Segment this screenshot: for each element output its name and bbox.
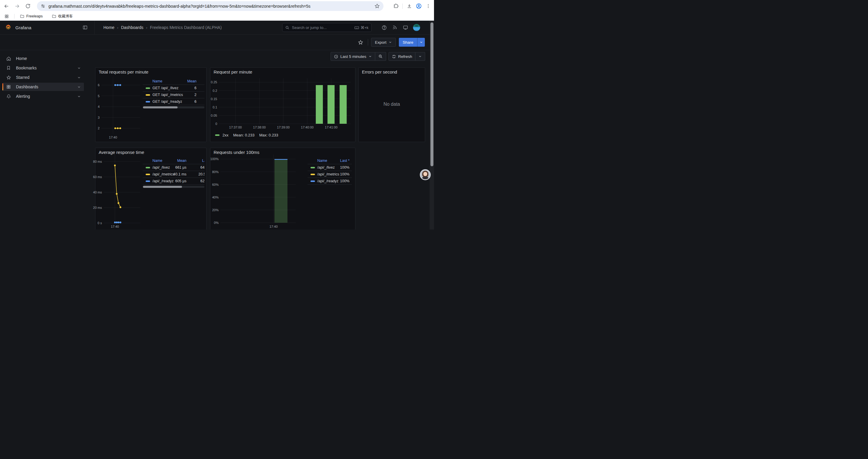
series-name[interactable]: /api/_/readyz <box>317 179 339 183</box>
sidebar-item-bookmarks[interactable]: Bookmarks <box>2 64 84 72</box>
chevron-down-icon[interactable] <box>77 66 81 70</box>
breadcrumb-item[interactable]: Dashboards <box>121 25 144 30</box>
favorite-star-icon[interactable] <box>356 38 365 46</box>
series-name[interactable]: GET /api/_/readyz <box>152 100 182 104</box>
home-icon <box>6 56 11 61</box>
refresh-interval-dropdown[interactable] <box>415 52 425 61</box>
help-icon[interactable] <box>380 24 388 31</box>
grafana-logo-icon[interactable] <box>5 24 12 31</box>
legend-row: /api/_/livez661 µs646 µs <box>143 164 205 171</box>
series-color-pill[interactable] <box>146 167 150 168</box>
news-rss-icon[interactable] <box>391 24 398 31</box>
sidebar-item-home[interactable]: Home <box>2 54 84 63</box>
zoom-out-button[interactable] <box>375 52 386 61</box>
series-color-pill[interactable] <box>146 181 150 182</box>
series-name[interactable]: GET /api/_/metrics <box>152 93 183 97</box>
forward-icon[interactable] <box>13 2 21 10</box>
series-value: 661 µs <box>175 165 186 169</box>
bookmarks-divider <box>14 14 14 19</box>
panel-title[interactable]: Errors per second <box>362 69 397 74</box>
legend-table: NameMeanLast */api/_/livez661 µs646 µs/a… <box>143 158 205 188</box>
avatar-face <box>423 172 427 176</box>
sidebar-item-starred[interactable]: Starred <box>2 73 84 81</box>
page-scrollbar[interactable] <box>430 21 434 230</box>
sidebar-item-label: Dashboards <box>16 85 77 89</box>
refresh-button[interactable]: Refresh <box>389 52 415 61</box>
star-icon <box>6 75 11 80</box>
series-color-pill[interactable] <box>311 174 315 175</box>
breadcrumb-item[interactable]: Home <box>103 25 114 30</box>
profile-icon[interactable] <box>414 2 423 10</box>
legend-inline: 2xxMean: 0.233Max: 0.233 <box>215 133 278 137</box>
monitor-icon[interactable] <box>402 24 409 31</box>
series-color-pill[interactable] <box>146 101 150 102</box>
bookmark-folder[interactable]: 收藏博客 <box>49 13 75 20</box>
apps-grid-icon[interactable] <box>3 13 10 20</box>
legend-header-row: NameMeanLast * <box>143 158 205 164</box>
chart-bar <box>210 68 355 142</box>
chevron-down-icon[interactable] <box>77 85 81 89</box>
sidebar-item-dashboards[interactable]: Dashboards <box>2 83 84 91</box>
legend-column-header[interactable]: Mean <box>187 79 196 83</box>
chevron-down-icon <box>368 55 372 58</box>
back-icon[interactable] <box>2 2 11 10</box>
legend-column-header[interactable]: Name <box>152 79 162 83</box>
scrollbar-thumb[interactable] <box>430 23 433 166</box>
share-button[interactable]: Share <box>399 38 417 47</box>
sidebar-item-alerting[interactable]: Alerting <box>2 92 84 100</box>
menu-icon[interactable] <box>424 2 432 10</box>
series-name[interactable]: /api/_/metrics <box>317 172 339 176</box>
breadcrumb-separator: › <box>117 25 118 30</box>
series-color-pill[interactable] <box>311 167 315 168</box>
search-input[interactable]: Search or jump to... ⌘+k <box>282 23 372 32</box>
series-name[interactable]: /api/_/readyz <box>152 179 174 183</box>
series-stat: Mean: 0.233 <box>233 133 254 137</box>
extensions-icon[interactable] <box>392 2 400 10</box>
site-settings-icon[interactable] <box>40 4 45 8</box>
legend-table: NameLast */api/_/livez100%/api/_/metrics… <box>308 158 352 185</box>
chevron-down-icon[interactable] <box>77 95 81 98</box>
panel-request-per-minute: Request per minute0.250.20.150.10.05017:… <box>210 67 355 142</box>
chevron-down-icon[interactable] <box>77 76 81 79</box>
bookmark-star-icon[interactable] <box>374 3 380 9</box>
series-color-pill[interactable] <box>146 88 150 89</box>
series-color-pill[interactable] <box>311 181 315 182</box>
legend-column-header[interactable]: Name <box>317 159 327 163</box>
series-name[interactable]: GET /api/_/livez <box>152 86 179 90</box>
legend-scrollbar[interactable] <box>143 106 205 108</box>
panel-errors-per-second: Errors per secondNo data <box>359 67 425 142</box>
series-color-pill[interactable] <box>215 134 219 136</box>
brand-name: Grafana <box>16 25 31 30</box>
legend-scrollbar[interactable] <box>143 186 205 188</box>
series-color-pill[interactable] <box>146 174 150 175</box>
url-text[interactable]: grafana.mathmast.com/d/deytv4rwavabkb/fr… <box>49 4 374 8</box>
search-icon <box>285 25 289 30</box>
refresh-icon <box>392 54 396 59</box>
share-dropdown-icon[interactable] <box>417 38 425 47</box>
legend-column-header[interactable]: Last * <box>340 159 349 163</box>
avatar-body <box>422 177 429 180</box>
dock-menu-icon[interactable] <box>83 25 88 30</box>
user-avatar[interactable] <box>413 24 420 31</box>
series-color-pill[interactable] <box>146 94 150 96</box>
folder-icon <box>52 14 56 19</box>
series-name[interactable]: /api/_/livez <box>317 165 335 169</box>
assistant-avatar[interactable] <box>420 169 431 180</box>
series-name[interactable]: /api/_/metrics <box>152 172 174 176</box>
export-button[interactable]: Export <box>371 38 396 47</box>
legend-header-row: NameLast * <box>308 158 352 164</box>
legend-column-header[interactable]: Mean <box>177 159 186 163</box>
dashboard-actions-bar: Export Share <box>0 35 434 50</box>
zoom-out-icon <box>378 54 383 59</box>
time-range-picker[interactable]: Last 5 minutes <box>331 52 375 61</box>
bookmark-folder[interactable]: Freeleaps <box>18 13 45 20</box>
reload-icon[interactable] <box>24 2 32 10</box>
series-name[interactable]: /api/_/livez <box>152 165 170 169</box>
legend-column-header[interactable]: Name <box>152 159 162 163</box>
legend-scrollbar-thumb[interactable] <box>143 106 178 108</box>
download-icon[interactable] <box>405 2 413 10</box>
series-name[interactable]: 2xx <box>222 133 228 137</box>
address-bar[interactable]: grafana.mathmast.com/d/deytv4rwavabkb/fr… <box>37 1 383 11</box>
legend-scrollbar-thumb[interactable] <box>143 186 182 188</box>
legend-row: /api/_/metrics100% <box>308 171 352 178</box>
